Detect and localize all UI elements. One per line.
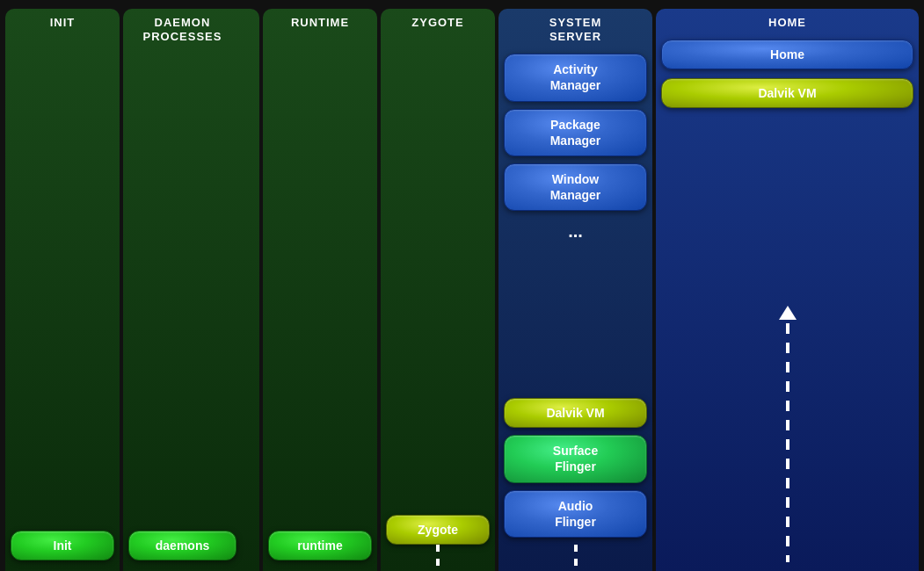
runtime-column: runtime runtime [263,9,377,571]
dashed-arrow [779,297,797,572]
runtime-button[interactable]: runtime [268,531,372,560]
system-items: Activity Manager Package Manager Window … [504,50,647,398]
daemon-header: Daemon Processes [143,16,222,43]
init-button[interactable]: Init [11,531,114,560]
system-server-header: System Server [549,16,601,43]
system-bottom: Dalvik VM Surface Flinger Audio Flinger [504,398,647,571]
home-items: Home Dalvik VM [661,36,913,297]
system-dalvik-vm-button[interactable]: Dalvik VM [504,398,647,428]
daemon-layer-3: Daemon Processes daemons [123,9,242,571]
activity-manager-button[interactable]: Activity Manager [504,54,647,101]
home-button[interactable]: Home [661,40,913,69]
home-dalvik-vm-button[interactable]: Dalvik VM [661,78,913,108]
audio-flinger-button[interactable]: Audio Flinger [504,490,647,538]
arrow-up-icon [779,306,797,320]
dashed-line [786,323,789,563]
home-header: Home [768,16,806,29]
surface-flinger-button[interactable]: Surface Flinger [504,435,647,482]
init-header: Init [50,16,76,29]
zygote-column: Zygote Zygote [381,9,495,571]
init-column: Init Init [5,9,120,571]
package-manager-button[interactable]: Package Manager [504,109,647,156]
system-server-column: System Server Activity Manager Package M… [498,9,652,571]
ellipsis-label: ... [504,218,647,245]
zygote-button[interactable]: Zygote [386,515,490,545]
daemons-button[interactable]: daemons [128,531,236,560]
window-manager-button[interactable]: Window Manager [504,163,647,211]
zygote-header: Zygote [411,16,463,29]
runtime-header: runtime [291,16,349,29]
daemon-column: Daemon Processes daemons [123,9,259,571]
home-column: Home Home Dalvik VM [656,9,919,571]
